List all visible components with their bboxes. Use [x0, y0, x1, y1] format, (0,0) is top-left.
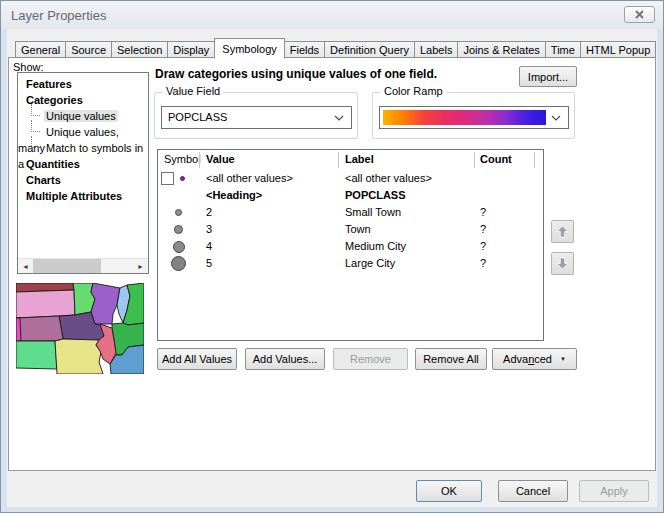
- tab-definition-query[interactable]: Definition Query: [324, 41, 415, 58]
- row-label: <all other values>: [345, 170, 432, 187]
- point-symbol-swatch[interactable]: [180, 176, 185, 181]
- advanced-label: Adva: [503, 353, 528, 365]
- tab-selection[interactable]: Selection: [111, 41, 168, 58]
- row-count: ?: [480, 221, 486, 238]
- tree-connector: [31, 120, 40, 132]
- dialog-client-area: General Source Selection Display Symbolo…: [7, 29, 657, 507]
- table-row-heading[interactable]: <Heading> POPCLASS: [158, 187, 543, 204]
- table-row-town[interactable]: 3 Town ?: [158, 221, 543, 238]
- column-header-value[interactable]: Value: [206, 153, 235, 165]
- map-preview: [16, 283, 144, 374]
- symbol-table: Symbol Value Label Count <all: [157, 149, 544, 341]
- row-label: Town: [345, 221, 371, 238]
- all-other-values-checkbox[interactable]: [161, 172, 174, 185]
- row-label: Small Town: [345, 204, 401, 221]
- row-value: 5: [206, 255, 212, 272]
- scroll-left-icon[interactable]: ◄: [18, 259, 33, 273]
- region-west-sliver: [16, 318, 21, 341]
- show-tree-panel: Features Categories Unique values Unique…: [17, 72, 149, 274]
- point-symbol-swatch[interactable]: [175, 209, 182, 216]
- dropdown-arrow-icon: ▼: [560, 356, 566, 362]
- color-ramp-group: Color Ramp: [372, 92, 575, 139]
- scrollbar-thumb[interactable]: [33, 259, 101, 273]
- point-symbol-swatch[interactable]: [174, 225, 183, 234]
- cancel-button[interactable]: Cancel: [498, 480, 568, 502]
- table-row-all-other-values[interactable]: <all other values> <all other values>: [158, 170, 543, 187]
- table-row-small-town[interactable]: 2 Small Town ?: [158, 204, 543, 221]
- value-field-group: Value Field POPCLASS: [154, 92, 358, 139]
- add-all-values-button[interactable]: Add All Values: [157, 348, 237, 370]
- import-button[interactable]: Import...: [519, 66, 577, 87]
- tree-connector: [31, 136, 40, 148]
- column-divider: [534, 152, 535, 168]
- value-field-selected-value: POPCLASS: [168, 111, 227, 123]
- close-icon: [635, 10, 644, 19]
- row-value: 4: [206, 238, 212, 255]
- advanced-button[interactable]: Advanced ▼: [492, 348, 577, 370]
- region-missouri: [55, 339, 103, 374]
- row-count: ?: [480, 238, 486, 255]
- column-header-count[interactable]: Count: [480, 153, 512, 165]
- remove-button: Remove: [333, 348, 408, 370]
- scroll-right-icon[interactable]: ►: [133, 259, 148, 273]
- panel-description: Draw categories using unique values of o…: [155, 67, 510, 81]
- symbol-table-header: Symbol Value Label Count: [158, 150, 543, 170]
- tree-item-features[interactable]: Features: [18, 76, 148, 92]
- tab-labels[interactable]: Labels: [414, 41, 458, 58]
- region-kansas: [16, 341, 57, 369]
- tab-joins-relates[interactable]: Joins & Relates: [457, 41, 545, 58]
- remove-all-button[interactable]: Remove All: [415, 348, 487, 370]
- row-label: POPCLASS: [345, 187, 406, 204]
- chevron-down-icon: [551, 115, 561, 121]
- title-bar[interactable]: Layer Properties: [1, 1, 663, 29]
- tab-source[interactable]: Source: [65, 41, 112, 58]
- table-row-large-city[interactable]: 5 Large City ?: [158, 255, 543, 272]
- apply-button: Apply: [579, 480, 649, 502]
- color-ramp-dropdown[interactable]: [379, 106, 569, 129]
- tab-time[interactable]: Time: [545, 41, 581, 58]
- symbol-table-rows: <all other values> <all other values> <H…: [158, 170, 543, 272]
- add-values-button[interactable]: Add Values...: [245, 348, 325, 370]
- column-header-label[interactable]: Label: [345, 153, 374, 165]
- layer-properties-dialog: Layer Properties General Source Selectio…: [0, 0, 664, 513]
- tree-item-charts[interactable]: Charts: [18, 172, 148, 188]
- column-divider: [199, 152, 200, 168]
- ok-button[interactable]: OK: [416, 480, 482, 502]
- row-value: 2: [206, 204, 212, 221]
- tree-item-quantities[interactable]: Quantities: [18, 156, 148, 172]
- tab-strip: General Source Selection Display Symbolo…: [15, 38, 656, 58]
- value-field-dropdown[interactable]: POPCLASS: [161, 106, 352, 129]
- tab-fields[interactable]: Fields: [284, 41, 325, 58]
- column-divider: [474, 152, 475, 168]
- tab-html-popup[interactable]: HTML Popup: [580, 41, 656, 58]
- row-value: <Heading>: [206, 187, 262, 204]
- row-label: Medium City: [345, 238, 406, 255]
- tree-item-match-symbols[interactable]: Match to symbols in a: [18, 140, 148, 156]
- close-button[interactable]: [624, 6, 655, 23]
- tab-general[interactable]: General: [15, 41, 66, 58]
- point-symbol-swatch[interactable]: [171, 256, 186, 271]
- chevron-down-icon: [334, 115, 344, 121]
- value-field-group-label: Value Field: [163, 85, 223, 97]
- color-ramp-swatch: [383, 110, 546, 125]
- show-tree-items: Features Categories Unique values Unique…: [18, 76, 148, 204]
- horizontal-scrollbar[interactable]: ◄ ►: [18, 258, 148, 273]
- table-row-medium-city[interactable]: 4 Medium City ?: [158, 238, 543, 255]
- column-header-symbol[interactable]: Symbol: [164, 153, 201, 165]
- tree-item-multiple-attributes[interactable]: Multiple Attributes: [18, 188, 148, 204]
- symbology-tab-page: Show: Features Categories Unique values …: [8, 57, 656, 471]
- advanced-label: ced: [534, 353, 552, 365]
- scrollbar-track[interactable]: [33, 259, 133, 273]
- row-count: ?: [480, 204, 486, 221]
- move-down-button[interactable]: [551, 252, 574, 275]
- column-divider: [338, 152, 339, 168]
- row-label: Large City: [345, 255, 395, 272]
- move-up-button[interactable]: [551, 220, 574, 243]
- tree-connector: [31, 104, 40, 116]
- point-symbol-swatch[interactable]: [173, 241, 185, 253]
- color-ramp-group-label: Color Ramp: [381, 85, 446, 97]
- row-value: <all other values>: [206, 170, 293, 187]
- down-arrow-icon: [554, 255, 571, 272]
- tab-symbology[interactable]: Symbology: [214, 38, 284, 59]
- tab-display[interactable]: Display: [167, 41, 215, 58]
